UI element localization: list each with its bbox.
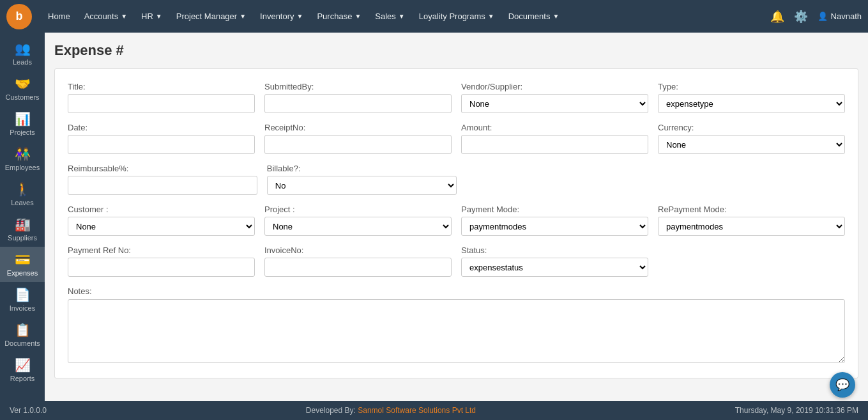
reimbursable-input[interactable] xyxy=(68,176,257,195)
notes-textarea[interactable] xyxy=(68,299,845,363)
sidebar-label-expenses: Expenses xyxy=(7,269,38,277)
user-avatar-icon: 👤 xyxy=(818,12,828,21)
nav-purchase[interactable]: Purchase ▼ xyxy=(310,8,367,25)
sidebar-label-employees: Employees xyxy=(5,164,40,171)
sidebar-item-projects[interactable]: 📊 Projects xyxy=(0,106,45,141)
type-group: Type: expensetype xyxy=(658,82,845,113)
nav-home[interactable]: Home xyxy=(42,8,77,25)
form-row-1: Title: SubmittedBy: Vendor/Supplier: Non… xyxy=(68,82,845,113)
payment-ref-label: Payment Ref No: xyxy=(68,245,255,255)
chevron-down-icon: ▼ xyxy=(240,13,246,20)
form-row-2: Date: ReceiptNo: Amount: Currency: None xyxy=(68,123,845,154)
employees-icon: 👫 xyxy=(15,146,31,162)
app-logo[interactable]: b xyxy=(6,4,32,29)
vendor-group: Vendor/Supplier: None xyxy=(461,82,648,113)
notes-section: Notes: xyxy=(68,286,845,365)
payment-mode-select[interactable]: paymentmodes xyxy=(461,217,648,236)
date-label: Date: xyxy=(68,123,255,132)
vendor-label: Vendor/Supplier: xyxy=(461,82,648,91)
customer-select[interactable]: None xyxy=(68,217,255,236)
invoice-no-input[interactable] xyxy=(264,258,452,277)
invoices-icon: 📄 xyxy=(15,287,31,302)
notes-label: Notes: xyxy=(68,286,845,296)
sidebar-item-suppliers[interactable]: 🏭 Suppliers xyxy=(0,212,45,247)
sidebar-label-reports: Reports xyxy=(10,375,35,382)
repayment-mode-select[interactable]: paymentmodes xyxy=(658,217,845,236)
nav-documents[interactable]: Documents ▼ xyxy=(502,8,566,25)
sidebar-item-leads[interactable]: 👥 Leads xyxy=(0,36,45,71)
chat-icon: 💬 xyxy=(835,378,849,392)
sidebar-item-reports[interactable]: 📈 Reports xyxy=(0,352,45,387)
submitted-by-input[interactable] xyxy=(264,94,452,113)
datetime-text: Thursday, May 9, 2019 10:31:36 PM xyxy=(735,406,858,415)
invoice-no-label: InvoiceNo: xyxy=(264,245,452,255)
amount-group: Amount: xyxy=(461,123,648,154)
settings-icon[interactable]: ⚙️ xyxy=(794,10,808,24)
sidebar-item-invoices[interactable]: 📄 Invoices xyxy=(0,282,45,317)
reports-icon: 📈 xyxy=(15,357,31,373)
chevron-down-icon: ▼ xyxy=(354,13,361,20)
nav-sales[interactable]: Sales ▼ xyxy=(369,8,411,25)
title-input[interactable] xyxy=(68,94,255,113)
nav-inventory[interactable]: Inventory ▼ xyxy=(254,8,309,25)
form-row-3: Reimbursable%: Billable?: No Yes xyxy=(68,164,845,195)
amount-label: Amount: xyxy=(461,123,648,132)
currency-label: Currency: xyxy=(658,123,845,132)
leads-icon: 👥 xyxy=(15,41,31,56)
top-navigation: b Home Accounts ▼ HR ▼ Project Manager ▼… xyxy=(0,0,868,33)
chevron-down-icon: ▼ xyxy=(156,13,162,20)
main-layout: 👥 Leads 🤝 Customers 📊 Projects 👫 Employe… xyxy=(0,33,868,401)
developer-link[interactable]: Sanmol Software Solutions Pvt Ltd xyxy=(358,406,476,415)
chat-button[interactable]: 💬 xyxy=(830,372,855,398)
chevron-down-icon: ▼ xyxy=(399,13,405,20)
nav-loyalty[interactable]: Loyality Programs ▼ xyxy=(413,8,501,25)
type-select[interactable]: expensetype xyxy=(658,94,845,113)
currency-group: Currency: None xyxy=(658,123,845,154)
footer: Ver 1.0.0.0 Developed By: Sanmol Softwar… xyxy=(0,401,868,420)
user-menu[interactable]: 👤 Navnath xyxy=(818,12,862,21)
sidebar-item-customers[interactable]: 🤝 Customers xyxy=(0,71,45,106)
sidebar: 👥 Leads 🤝 Customers 📊 Projects 👫 Employe… xyxy=(0,33,45,401)
project-select[interactable]: None xyxy=(264,217,452,236)
sidebar-item-leaves[interactable]: 🚶 Leaves xyxy=(0,176,45,212)
customer-label: Customer : xyxy=(68,205,255,214)
notification-icon[interactable]: 🔔 xyxy=(770,10,784,24)
sidebar-label-documents: Documents xyxy=(4,339,40,347)
receipt-no-input[interactable] xyxy=(264,135,452,154)
customers-icon: 🤝 xyxy=(15,76,31,91)
chevron-down-icon: ▼ xyxy=(488,13,494,20)
chevron-down-icon: ▼ xyxy=(121,13,127,20)
chevron-down-icon: ▼ xyxy=(552,13,559,20)
nav-accounts[interactable]: Accounts ▼ xyxy=(78,8,133,25)
payment-mode-label: Payment Mode: xyxy=(461,205,648,214)
nav-menu: Home Accounts ▼ HR ▼ Project Manager ▼ I… xyxy=(42,8,770,25)
date-input[interactable] xyxy=(68,135,255,154)
documents-icon: 📋 xyxy=(15,322,31,338)
vendor-select[interactable]: None xyxy=(461,94,648,113)
sidebar-item-documents[interactable]: 📋 Documents xyxy=(0,317,45,352)
leaves-icon: 🚶 xyxy=(15,182,31,197)
amount-input[interactable] xyxy=(461,135,648,154)
sidebar-item-expenses[interactable]: 💳 Expenses xyxy=(0,247,45,282)
sidebar-label-leaves: Leaves xyxy=(11,199,33,206)
sidebar-item-employees[interactable]: 👫 Employees xyxy=(0,141,45,176)
status-select[interactable]: expensestatus xyxy=(461,258,648,277)
sidebar-label-customers: Customers xyxy=(5,93,39,101)
project-label: Project : xyxy=(264,205,452,214)
reimbursable-label: Reimbursable%: xyxy=(68,164,257,173)
billable-label: Billable?: xyxy=(267,164,457,173)
nav-hr[interactable]: HR ▼ xyxy=(135,8,169,25)
date-group: Date: xyxy=(68,123,255,154)
currency-select[interactable]: None xyxy=(658,135,845,154)
payment-ref-input[interactable] xyxy=(68,258,255,277)
main-content: Expense # Title: SubmittedBy: Vendor/Sup… xyxy=(45,33,868,401)
reimbursable-group: Reimbursable%: xyxy=(68,164,257,195)
sidebar-label-suppliers: Suppliers xyxy=(8,234,37,242)
billable-select[interactable]: No Yes xyxy=(267,176,457,195)
nav-right-section: 🔔 ⚙️ 👤 Navnath xyxy=(770,10,862,24)
sidebar-label-leads: Leads xyxy=(13,58,32,66)
payment-ref-group: Payment Ref No: xyxy=(68,245,255,277)
nav-project-manager[interactable]: Project Manager ▼ xyxy=(170,8,252,25)
projects-icon: 📊 xyxy=(15,111,31,127)
title-label: Title: xyxy=(68,82,255,91)
